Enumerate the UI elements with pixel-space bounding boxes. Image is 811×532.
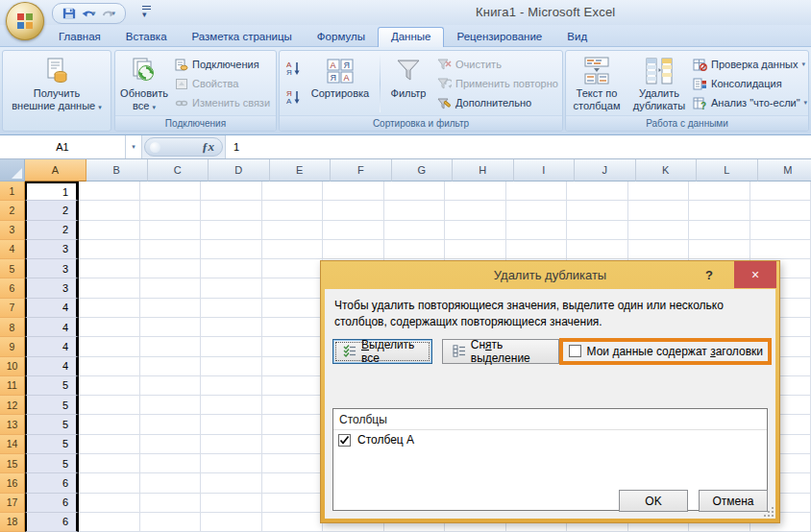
cell-a12[interactable]: 5 (25, 396, 79, 415)
cell-c17[interactable] (140, 494, 202, 513)
resize-grip[interactable] (762, 505, 774, 517)
cell-c15[interactable] (140, 454, 202, 473)
cell-d2[interactable] (201, 201, 262, 220)
undo-icon[interactable]: ▾ (82, 8, 96, 19)
row-header-18[interactable]: 18 (0, 513, 25, 532)
cell-b18[interactable] (79, 513, 140, 532)
cell-c4[interactable] (140, 240, 202, 259)
cell-e8[interactable] (262, 318, 324, 337)
cell-f3[interactable] (323, 221, 384, 240)
cell-d1[interactable] (201, 181, 262, 201)
cell-b6[interactable] (79, 278, 140, 298)
cell-d17[interactable] (201, 494, 262, 513)
cell-a10[interactable]: 4 (25, 357, 79, 376)
cell-e17[interactable] (262, 494, 324, 513)
cell-f4[interactable] (323, 240, 384, 259)
column-header-l[interactable]: L (697, 159, 758, 181)
row-header-14[interactable]: 14 (0, 435, 25, 454)
cell-i2[interactable] (506, 201, 568, 220)
select-all-corner[interactable] (0, 159, 25, 181)
cell-d10[interactable] (201, 357, 262, 376)
tab-data[interactable]: Данные (378, 27, 445, 47)
cell-h4[interactable] (445, 240, 506, 259)
data-validation-button[interactable]: Проверка данных ▾ (693, 56, 807, 73)
cell-i3[interactable] (506, 221, 568, 240)
row-header-5[interactable]: 5 (0, 259, 25, 278)
office-button[interactable] (6, 2, 44, 40)
cell-b9[interactable] (79, 337, 140, 356)
cell-b12[interactable] (79, 396, 140, 415)
cell-c1[interactable] (140, 181, 202, 201)
cell-l4[interactable] (689, 240, 750, 259)
column-header-e[interactable]: E (270, 159, 332, 181)
cell-j4[interactable] (567, 240, 628, 259)
column-header-i[interactable]: I (514, 159, 576, 181)
cell-a6[interactable]: 3 (25, 278, 79, 298)
tab-home[interactable]: Главная (46, 28, 113, 46)
cell-m2[interactable] (750, 201, 811, 220)
cell-e7[interactable] (262, 299, 324, 318)
cell-d4[interactable] (201, 240, 262, 259)
cell-e11[interactable] (262, 376, 324, 396)
cell-e18[interactable] (262, 513, 324, 532)
connections-button[interactable]: Подключения (175, 56, 270, 73)
column-header-g[interactable]: G (392, 159, 454, 181)
cell-e5[interactable] (262, 259, 324, 278)
cell-m1[interactable] (750, 181, 811, 201)
cell-c2[interactable] (140, 201, 202, 220)
cell-c9[interactable] (140, 337, 202, 356)
cell-k3[interactable] (628, 221, 690, 240)
cell-e3[interactable] (262, 221, 324, 240)
cell-b13[interactable] (79, 415, 140, 434)
row-header-12[interactable]: 12 (0, 396, 25, 415)
cell-d15[interactable] (201, 454, 262, 473)
cell-e16[interactable] (262, 473, 324, 493)
cell-c6[interactable] (140, 278, 202, 298)
cell-i1[interactable] (506, 181, 568, 201)
cell-h1[interactable] (445, 181, 506, 201)
cell-b3[interactable] (79, 221, 140, 240)
cell-e6[interactable] (262, 278, 324, 298)
cell-b16[interactable] (79, 473, 140, 493)
cell-f2[interactable] (323, 201, 384, 220)
cell-a15[interactable]: 5 (25, 454, 79, 473)
cell-e13[interactable] (262, 415, 324, 434)
cell-g1[interactable] (384, 181, 446, 201)
sort-button[interactable]: А Я Я А Сортировка (304, 51, 377, 116)
row-header-17[interactable]: 17 (0, 494, 25, 513)
cell-g3[interactable] (384, 221, 446, 240)
ok-button[interactable]: OK (619, 490, 688, 512)
cell-d5[interactable] (201, 259, 262, 278)
advanced-filter-button[interactable]: Дополнительно (437, 94, 558, 111)
cell-d3[interactable] (201, 221, 262, 240)
cell-c8[interactable] (140, 318, 202, 337)
name-box[interactable]: A1 (0, 135, 126, 158)
unselect-all-button[interactable]: Снять выделение (442, 339, 559, 364)
tab-page-layout[interactable]: Разметка страницы (180, 28, 305, 46)
name-box-dropdown-icon[interactable]: ▾ (126, 135, 142, 158)
cell-a2[interactable]: 2 (25, 201, 79, 220)
cell-b10[interactable] (79, 357, 140, 376)
row-header-1[interactable]: 1 (0, 181, 25, 201)
cell-d6[interactable] (201, 278, 262, 298)
cell-c14[interactable] (140, 435, 202, 454)
cell-h3[interactable] (445, 221, 506, 240)
column-a-checkbox[interactable] (338, 434, 351, 447)
column-header-f[interactable]: F (331, 159, 392, 181)
cell-d18[interactable] (201, 513, 262, 532)
cell-c5[interactable] (140, 259, 202, 278)
row-header-7[interactable]: 7 (0, 299, 25, 318)
cell-e4[interactable] (262, 240, 324, 259)
cell-c18[interactable] (140, 513, 202, 532)
row-header-8[interactable]: 8 (0, 318, 25, 337)
cell-c13[interactable] (140, 415, 202, 434)
cell-a16[interactable]: 6 (25, 473, 79, 493)
cell-f1[interactable] (323, 181, 384, 201)
cell-a18[interactable]: 6 (25, 513, 79, 532)
cell-a3[interactable]: 2 (25, 221, 79, 240)
cell-c10[interactable] (140, 357, 202, 376)
cell-a9[interactable]: 4 (25, 337, 79, 356)
cell-j1[interactable] (567, 181, 628, 201)
cell-a4[interactable]: 3 (25, 240, 79, 259)
cell-d7[interactable] (201, 299, 262, 318)
